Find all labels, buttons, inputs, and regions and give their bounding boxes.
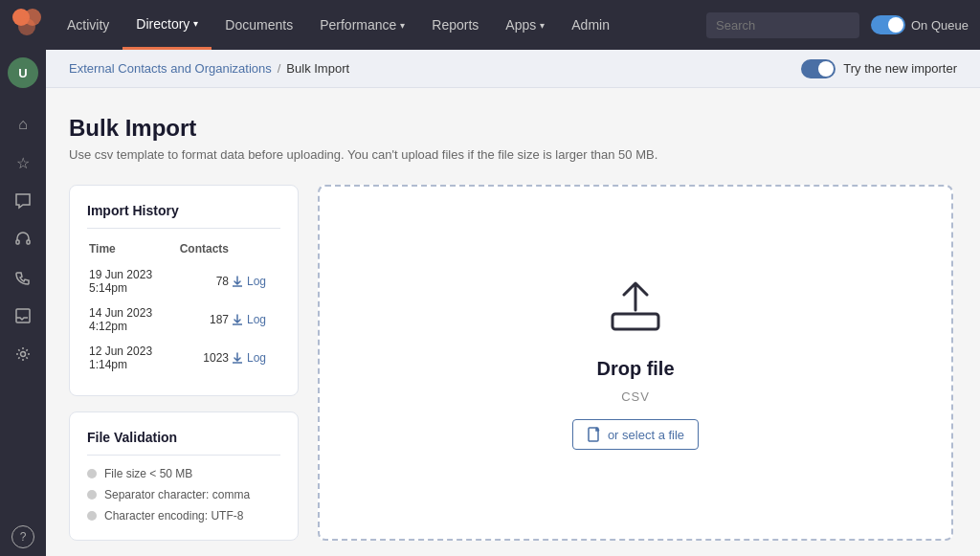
time-cell: 19 Jun 2023 5:14pm xyxy=(89,263,169,300)
inbox-icon[interactable] xyxy=(6,299,40,333)
breadcrumb-separator: / xyxy=(278,61,281,76)
chevron-down-icon: ▾ xyxy=(540,20,545,31)
breadcrumb-bar: External Contacts and Organizations / Bu… xyxy=(46,50,980,88)
select-file-button[interactable]: or select a file xyxy=(572,419,699,450)
help-icon[interactable]: ? xyxy=(11,525,34,548)
validation-dot xyxy=(87,511,97,521)
time-header: Time xyxy=(89,242,169,261)
file-icon xyxy=(587,427,602,442)
new-importer-label: Try the new importer xyxy=(843,61,957,76)
on-queue-toggle[interactable]: On Queue xyxy=(871,15,969,34)
nav-directory[interactable]: Directory ▾ xyxy=(122,0,212,50)
table-row: 19 Jun 2023 5:14pm 78 Log xyxy=(89,263,278,300)
import-history-title: Import History xyxy=(87,203,280,229)
star-icon[interactable]: ☆ xyxy=(6,145,40,180)
log-link[interactable]: Log xyxy=(231,351,278,365)
log-cell: Log xyxy=(231,301,278,338)
table-row: 12 Jun 2023 1:14pm 1023 Log xyxy=(89,340,278,376)
validation-label: File size < 50 MB xyxy=(104,467,192,480)
validation-dot xyxy=(87,490,97,500)
svg-rect-3 xyxy=(16,240,19,244)
validation-dot xyxy=(87,469,97,478)
validation-label: Character encoding: UTF-8 xyxy=(104,509,243,523)
file-validation-title: File Validation xyxy=(87,430,280,456)
nav-performance[interactable]: Performance ▾ xyxy=(306,0,418,50)
validation-label: Separator character: comma xyxy=(104,488,250,501)
avatar[interactable]: U xyxy=(8,57,38,88)
time-cell: 14 Jun 2023 4:12pm xyxy=(89,301,169,338)
file-validation-card: File Validation File size < 50 MB Separa… xyxy=(69,411,299,541)
page-subtitle: Use csv template to format data before u… xyxy=(69,147,953,162)
breadcrumb-parent[interactable]: External Contacts and Organizations xyxy=(69,61,272,76)
app-logo[interactable] xyxy=(11,8,46,42)
contacts-cell: 78 xyxy=(171,263,229,300)
drop-title: Drop file xyxy=(596,358,674,380)
nav-right: On Queue xyxy=(706,12,969,38)
nav-reports[interactable]: Reports xyxy=(418,0,492,50)
import-history-card: Import History Time Contacts 19 xyxy=(69,185,299,396)
upload-icon xyxy=(605,276,666,341)
contacts-cell: 1023 xyxy=(171,340,229,376)
new-importer-switch[interactable] xyxy=(801,59,835,78)
sidebar-bottom: ? xyxy=(11,525,34,548)
validation-item: Character encoding: UTF-8 xyxy=(87,509,280,523)
nav-documents[interactable]: Documents xyxy=(212,0,306,50)
validation-list: File size < 50 MB Separator character: c… xyxy=(87,467,280,523)
breadcrumb: External Contacts and Organizations / Bu… xyxy=(69,61,349,76)
page-body: Bulk Import Use csv template to format d… xyxy=(46,88,980,556)
log-header xyxy=(231,242,278,261)
search-input[interactable] xyxy=(706,12,859,38)
nav-admin[interactable]: Admin xyxy=(558,0,623,50)
download-icon xyxy=(231,351,244,365)
left-column: Import History Time Contacts 19 xyxy=(69,185,299,541)
main-content: External Contacts and Organizations / Bu… xyxy=(46,50,980,556)
log-link[interactable]: Log xyxy=(231,275,278,288)
log-cell: Log xyxy=(231,263,278,300)
svg-rect-7 xyxy=(612,314,658,329)
nav-items: Activity Directory ▾ Documents Performan… xyxy=(54,0,706,50)
home-icon[interactable]: ⌂ xyxy=(6,107,40,142)
table-row: 14 Jun 2023 4:12pm 187 Log xyxy=(89,301,278,338)
log-cell: Log xyxy=(231,340,278,376)
validation-item: Separator character: comma xyxy=(87,488,280,501)
contacts-cell: 187 xyxy=(171,301,229,338)
top-nav: Activity Directory ▾ Documents Performan… xyxy=(0,0,980,50)
settings-icon[interactable] xyxy=(6,337,40,371)
svg-point-2 xyxy=(18,18,35,35)
left-sidebar: U ⌂ ☆ xyxy=(0,50,46,556)
validation-item: File size < 50 MB xyxy=(87,467,280,480)
download-icon xyxy=(231,313,244,326)
drop-zone[interactable]: Drop file CSV or select a file xyxy=(318,185,953,541)
headset-icon[interactable] xyxy=(6,222,40,256)
chevron-down-icon: ▾ xyxy=(193,18,198,29)
on-queue-switch[interactable] xyxy=(871,15,905,34)
nav-apps[interactable]: Apps ▾ xyxy=(492,0,558,50)
breadcrumb-current: Bulk Import xyxy=(286,61,349,76)
svg-rect-4 xyxy=(27,240,30,244)
svg-point-6 xyxy=(21,352,26,357)
toggle-knob xyxy=(818,61,834,77)
log-link[interactable]: Log xyxy=(231,313,278,326)
time-cell: 12 Jun 2023 1:14pm xyxy=(89,340,169,376)
chat-icon[interactable] xyxy=(6,184,40,218)
app-layout: U ⌂ ☆ xyxy=(0,50,980,556)
toggle-knob xyxy=(888,17,903,33)
svg-rect-5 xyxy=(16,309,30,322)
nav-activity[interactable]: Activity xyxy=(54,0,122,50)
page-title: Bulk Import xyxy=(69,115,953,142)
phone-icon[interactable] xyxy=(6,260,40,295)
download-icon xyxy=(231,275,244,288)
contacts-header: Contacts xyxy=(171,242,229,261)
new-importer-toggle: Try the new importer xyxy=(801,59,957,78)
import-history-table: Time Contacts 19 Jun 2023 5:14pm 78 xyxy=(87,240,280,378)
chevron-down-icon: ▾ xyxy=(400,20,405,31)
two-col-layout: Import History Time Contacts 19 xyxy=(69,185,953,541)
drop-subtitle: CSV xyxy=(621,389,650,404)
